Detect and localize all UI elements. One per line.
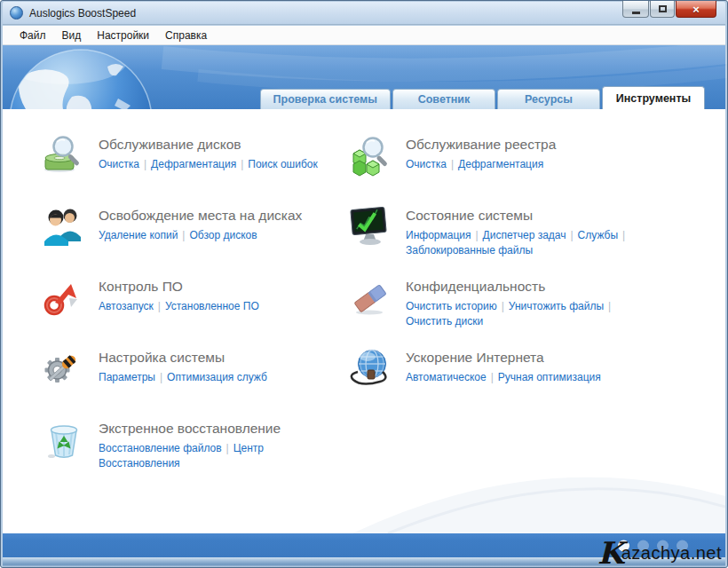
tool-group: Ускорение ИнтернетаАвтоматическое|Ручная… [350, 345, 656, 416]
tool-links: Очистка|Дефрагментация|Поиск ошибок [99, 157, 331, 172]
tool-link[interactable]: Заблокированные файлы [406, 244, 533, 256]
tool-link[interactable]: Очистить диски [406, 315, 483, 327]
tool-group: Экстренное восстановлениеВосстановление … [43, 416, 336, 487]
window-controls: × [622, 1, 716, 18]
watermark: K azachya.net [597, 538, 722, 562]
tool-text: Освобождение места на дискахУдаление коп… [99, 203, 331, 274]
tool-group: КонфиденциальностьОчистить историю|Уничт… [350, 274, 656, 345]
tool-text: Экстренное восстановлениеВосстановление … [99, 416, 331, 487]
tab[interactable]: Проверка системы [260, 89, 391, 109]
tool-group: Обслуживание дисковОчистка|Дефрагментаци… [43, 132, 336, 203]
gear-screwdriver-icon[interactable] [43, 347, 85, 390]
earth-globe-icon [3, 45, 189, 109]
watermark-text: azachya.net [621, 544, 722, 562]
maximize-button[interactable] [650, 1, 675, 18]
tool-link[interactable]: Диспетчер задач [483, 229, 566, 241]
app-globe-icon [10, 6, 23, 20]
link-separator: | [226, 442, 229, 454]
tool-link[interactable]: Установленное ПО [165, 300, 259, 312]
minimize-button[interactable] [622, 1, 649, 18]
tool-title: Обслуживание реестра [406, 136, 656, 154]
link-separator: | [451, 158, 454, 170]
close-icon: × [692, 4, 700, 15]
menu-item[interactable]: Настройки [89, 28, 157, 43]
tool-links: Удаление копий|Обзор дисков [99, 228, 331, 243]
tool-link[interactable]: Ручная оптимизация [498, 371, 601, 383]
tool-link[interactable]: Оптимизация служб [167, 371, 267, 383]
tab[interactable]: Инструменты [602, 86, 705, 109]
tab[interactable]: Советник [392, 89, 495, 109]
tool-links: Автозапуск|Установленное ПО [99, 299, 331, 314]
tool-group: Обслуживание реестраОчистка|Дефрагментац… [350, 132, 656, 203]
tool-link[interactable]: Очистить историю [406, 300, 497, 312]
tool-title: Освобождение места на дисках [99, 207, 331, 225]
menu-item[interactable]: Файл [12, 28, 54, 43]
registry-search-icon[interactable] [350, 134, 392, 177]
internet-globe-icon[interactable] [350, 347, 392, 390]
tool-link[interactable]: Уничтожить файлы [509, 300, 604, 312]
link-separator: | [608, 300, 611, 312]
link-separator: | [502, 300, 504, 312]
app-window: Auslogics BoostSpeed × ФайлВидНастройкиС… [0, 0, 728, 568]
disk-search-icon[interactable] [43, 134, 85, 177]
tool-link[interactable]: Параметры [99, 371, 155, 383]
close-button[interactable]: × [676, 1, 716, 18]
tool-link[interactable]: Восстановление файлов [99, 442, 222, 454]
link-separator: | [182, 229, 185, 241]
software-control-icon[interactable] [43, 276, 85, 319]
tool-text: Настройка системыПараметры|Оптимизация с… [99, 345, 331, 416]
link-separator: | [160, 371, 162, 383]
duplicate-users-icon[interactable] [43, 205, 85, 248]
tool-link[interactable]: Дефрагментация [151, 158, 236, 170]
tool-title: Конфиденциальность [406, 278, 656, 296]
tool-link[interactable]: Информация [406, 229, 471, 241]
link-separator: | [158, 300, 161, 312]
link-separator: | [622, 229, 625, 241]
privacy-eraser-icon[interactable] [350, 276, 392, 319]
tool-link[interactable]: Очистка [406, 158, 447, 170]
tools-page: Обслуживание дисковОчистка|Дефрагментаци… [3, 109, 725, 533]
tab-bar: Проверка системыСоветникРесурсыИнструмен… [260, 86, 705, 109]
tool-link[interactable]: Поиск ошибок [248, 158, 317, 170]
tool-group: Настройка системыПараметры|Оптимизация с… [43, 345, 336, 416]
tool-link[interactable]: Обзор дисков [189, 229, 257, 241]
tool-link[interactable]: Очистка [99, 158, 139, 170]
tab[interactable]: Ресурсы [497, 89, 600, 109]
tool-text: Контроль ПОАвтозапуск|Установленное ПО [99, 274, 331, 345]
tool-title: Ускорение Интернета [406, 349, 656, 367]
menu-item[interactable]: Справка [157, 28, 215, 43]
tool-text: КонфиденциальностьОчистить историю|Уничт… [406, 274, 656, 345]
tools-column-left: Обслуживание дисковОчистка|Дефрагментаци… [43, 132, 336, 487]
tool-link[interactable]: Удаление копий [99, 229, 178, 241]
menu-item[interactable]: Вид [54, 28, 90, 43]
link-separator: | [475, 229, 478, 241]
tool-link[interactable]: Дефрагментация [458, 158, 543, 170]
tool-links: Параметры|Оптимизация служб [99, 370, 331, 385]
maximize-icon [659, 5, 667, 12]
header-banner: Проверка системыСоветникРесурсыИнструмен… [3, 45, 725, 109]
minimize-icon [632, 12, 640, 14]
tool-text: Обслуживание дисковОчистка|Дефрагментаци… [99, 132, 331, 203]
tool-link[interactable]: Автоматическое [406, 371, 487, 383]
window-title: Auslogics BoostSpeed [29, 7, 136, 20]
tool-title: Экстренное восстановление [99, 420, 331, 438]
system-monitor-icon[interactable] [350, 205, 392, 248]
link-separator: | [241, 158, 243, 170]
tool-title: Контроль ПО [99, 278, 331, 296]
link-separator: | [491, 371, 494, 383]
tool-links: Очистка|Дефрагментация [406, 157, 656, 172]
tool-title: Обслуживание дисков [99, 136, 331, 154]
title-bar[interactable]: Auslogics BoostSpeed [3, 2, 725, 25]
tool-link[interactable]: Службы [578, 229, 618, 241]
tool-title: Состояние системы [406, 207, 656, 225]
tool-group: Контроль ПОАвтозапуск|Установленное ПО [43, 274, 336, 345]
tool-link[interactable]: Автозапуск [99, 300, 154, 312]
tool-links: Восстановление файлов|Центр Восстановлен… [99, 441, 331, 471]
tools-column-right: Обслуживание реестраОчистка|Дефрагментац… [350, 132, 656, 416]
tool-text: Состояние системыИнформация|Диспетчер за… [406, 203, 656, 274]
recycle-bin-icon[interactable] [43, 418, 85, 461]
tool-links: Информация|Диспетчер задач|Службы|Заблок… [406, 228, 656, 258]
tool-links: Очистить историю|Уничтожить файлы|Очисти… [406, 299, 656, 329]
menu-bar: ФайлВидНастройкиСправка [3, 26, 725, 45]
tool-text: Ускорение ИнтернетаАвтоматическое|Ручная… [406, 345, 656, 416]
